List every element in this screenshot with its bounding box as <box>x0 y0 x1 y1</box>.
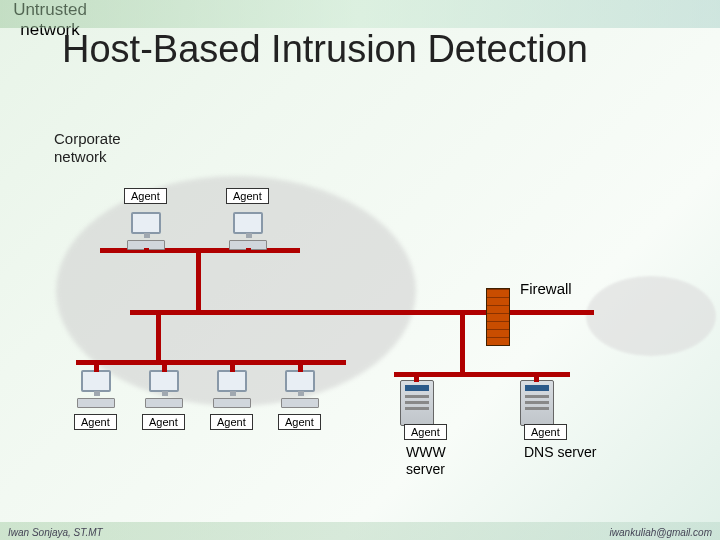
www-server-icon <box>400 380 434 426</box>
drop-t1 <box>144 248 149 252</box>
dns-server-icon <box>520 380 554 426</box>
bus-connector-left <box>156 310 161 362</box>
drop-b3 <box>230 360 235 372</box>
firewall-icon <box>486 288 510 346</box>
agent-label-top-1: Agent <box>124 188 167 204</box>
workstation-top-1 <box>124 212 168 252</box>
www-server-label: WWW server <box>406 444 446 478</box>
drop-t2 <box>246 248 251 252</box>
drop-b2 <box>162 360 167 372</box>
agent-label-dns: Agent <box>524 424 567 440</box>
untrusted-network-cloud <box>586 276 716 356</box>
agent-label-bottom-3: Agent <box>210 414 253 430</box>
dns-server-label: DNS server <box>524 444 596 461</box>
workstation-bottom-1 <box>74 370 118 410</box>
workstation-top-2 <box>226 212 270 252</box>
drop-b4 <box>298 360 303 372</box>
drop-dns <box>534 372 539 382</box>
page-title: Host-Based Intrusion Detection <box>62 28 588 71</box>
workstation-bottom-2 <box>142 370 186 410</box>
drop-www <box>414 372 419 382</box>
bus-connector-server <box>460 310 465 374</box>
workstation-bottom-4 <box>278 370 322 410</box>
corporate-network-label: Corporate network <box>54 130 121 166</box>
workstation-bottom-3 <box>210 370 254 410</box>
bus-untrusted <box>508 310 592 315</box>
agent-label-top-2: Agent <box>226 188 269 204</box>
agent-label-bottom-4: Agent <box>278 414 321 430</box>
agent-label-bottom-1: Agent <box>74 414 117 430</box>
firewall-label: Firewall <box>520 280 572 297</box>
agent-label-bottom-2: Agent <box>142 414 185 430</box>
bus-bottom <box>76 360 346 365</box>
drop-b1 <box>94 360 99 372</box>
agent-label-www: Agent <box>404 424 447 440</box>
bus-connector-top <box>196 248 201 312</box>
footer-author: Iwan Sonjaya, ST.MT <box>8 527 103 538</box>
bus-server <box>394 372 570 377</box>
top-decorative-band <box>0 0 720 28</box>
footer-email: iwankuliah@gmail.com <box>610 527 712 538</box>
